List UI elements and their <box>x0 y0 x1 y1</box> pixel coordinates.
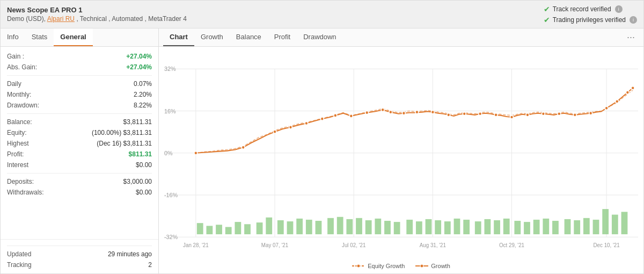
updated-label: Updated <box>7 250 31 258</box>
svg-point-75 <box>381 108 384 111</box>
svg-rect-46 <box>435 220 441 234</box>
daily-row: Daily 0.07% <box>7 78 152 89</box>
svg-rect-57 <box>543 219 549 234</box>
svg-point-67 <box>241 146 245 149</box>
svg-rect-55 <box>524 222 530 234</box>
monthly-value: 2.20% <box>134 91 152 98</box>
stats-panel: Gain : +27.04% Abs. Gain: +27.04% Daily … <box>1 47 158 239</box>
svg-rect-29 <box>266 218 272 234</box>
left-tabs-row: Info Stats General <box>1 28 158 47</box>
tracking-label: Tracking <box>7 261 32 269</box>
balance-row: Balance: $3,811.31 <box>7 117 152 127</box>
svg-rect-22 <box>197 223 203 234</box>
app-container: News Scope EA PRO 1 Demo (USD), Alpari R… <box>0 0 644 274</box>
chart-options-button[interactable]: ··· <box>623 30 639 45</box>
header-left: News Scope EA PRO 1 Demo (USD), Alpari R… <box>7 6 187 23</box>
svg-point-73 <box>349 114 353 118</box>
equity-growth-legend-icon <box>352 263 365 269</box>
svg-rect-36 <box>337 217 343 234</box>
svg-rect-47 <box>444 221 451 234</box>
track-record-verified: ✔ Track record verified i <box>544 5 637 13</box>
growth-legend-icon <box>415 263 428 269</box>
svg-rect-23 <box>206 226 213 234</box>
equity-growth-label: Equity Growth <box>368 263 405 269</box>
equity-row: Equity: (100.00%) $3,811.31 <box>7 127 152 138</box>
legend-equity-growth: Equity Growth <box>352 263 405 269</box>
gain-label: Gain : <box>7 53 24 60</box>
highest-row: Highest (Dec 16) $3,811.31 <box>7 138 152 149</box>
svg-rect-41 <box>384 221 391 234</box>
svg-rect-25 <box>225 227 232 234</box>
bottom-tracking: Updated 29 minutes ago Tracking 2 <box>1 239 158 273</box>
daily-label: Daily <box>7 80 21 88</box>
svg-rect-65 <box>621 212 628 234</box>
svg-rect-31 <box>287 221 294 234</box>
tab-stats[interactable]: Stats <box>25 28 54 46</box>
svg-point-86 <box>541 112 545 116</box>
trading-privileges-info-icon[interactable]: i <box>630 16 637 24</box>
tab-general[interactable]: General <box>54 28 92 46</box>
svg-text:-32%: -32% <box>164 234 178 240</box>
svg-point-69 <box>289 126 292 129</box>
tab-info[interactable]: Info <box>1 28 25 46</box>
balance-value: $3,811.31 <box>123 118 152 126</box>
svg-point-93 <box>631 86 634 90</box>
chart-area: 32% 16% 0% -16% -32% Jan 28, '21 May 07,… <box>159 47 643 259</box>
svg-rect-54 <box>514 221 521 234</box>
chart-tab-balance[interactable]: Balance <box>230 28 268 46</box>
svg-text:May 07, '21: May 07, '21 <box>261 242 289 248</box>
profit-row: Profit: $811.31 <box>7 149 152 160</box>
drawdown-row: Drawdown: 8.22% <box>7 100 152 111</box>
subtitle-pre: Demo (USD), <box>7 15 46 23</box>
abs-gain-label: Abs. Gain: <box>7 63 37 71</box>
svg-point-97 <box>420 264 423 268</box>
tracking-row: Tracking 2 <box>7 259 152 270</box>
svg-rect-42 <box>394 222 400 234</box>
profit-label: Profit: <box>7 150 24 158</box>
drawdown-value: 8.22% <box>134 102 152 109</box>
svg-point-83 <box>494 113 497 117</box>
track-record-info-icon[interactable]: i <box>615 5 623 13</box>
daily-value: 0.07% <box>134 80 152 88</box>
svg-rect-62 <box>593 220 599 234</box>
svg-point-74 <box>365 111 369 114</box>
svg-rect-60 <box>574 220 580 234</box>
chart-tab-drawdown[interactable]: Drawdown <box>297 28 342 46</box>
left-panel: Info Stats General Gain : +27.04% Abs. G… <box>1 28 159 273</box>
svg-rect-32 <box>296 219 303 234</box>
deposits-label: Deposits: <box>7 178 34 185</box>
svg-point-72 <box>334 114 337 117</box>
equity-value: (100.00%) $3,811.31 <box>92 129 152 136</box>
tracking-value: 2 <box>148 261 152 269</box>
svg-text:Jan 28, '21: Jan 28, '21 <box>183 242 209 248</box>
svg-rect-64 <box>612 215 618 235</box>
svg-point-92 <box>626 91 629 94</box>
svg-point-90 <box>605 106 608 110</box>
chart-tab-growth[interactable]: Growth <box>194 28 230 46</box>
highest-label: Highest <box>7 140 29 147</box>
chart-tab-profit[interactable]: Profit <box>268 28 297 46</box>
svg-point-77 <box>402 112 405 115</box>
gain-row: Gain : +27.04% <box>7 51 152 62</box>
highest-value: (Dec 16) $3,811.31 <box>97 140 152 147</box>
chart-tab-chart[interactable]: Chart <box>163 28 194 46</box>
svg-text:16%: 16% <box>164 107 176 114</box>
interest-row: Interest $0.00 <box>7 160 152 170</box>
monthly-label: Monthly: <box>7 91 31 98</box>
updated-value: 29 minutes ago <box>108 250 152 258</box>
withdrawals-label: Withdrawals: <box>7 189 44 196</box>
svg-point-71 <box>320 117 324 120</box>
svg-rect-51 <box>485 219 491 234</box>
updated-row: Updated 29 minutes ago <box>7 249 152 259</box>
svg-rect-52 <box>494 220 500 234</box>
broker-link[interactable]: Alpari RU <box>47 15 75 23</box>
svg-point-81 <box>463 112 466 116</box>
svg-rect-59 <box>565 219 571 234</box>
check-icon-1: ✔ <box>544 5 550 13</box>
check-icon-2: ✔ <box>544 16 550 24</box>
svg-rect-49 <box>463 220 470 234</box>
svg-point-79 <box>431 110 434 113</box>
svg-text:Oct 29, '21: Oct 29, '21 <box>499 242 524 248</box>
svg-rect-24 <box>216 225 222 234</box>
abs-gain-value: +27.04% <box>126 63 152 71</box>
